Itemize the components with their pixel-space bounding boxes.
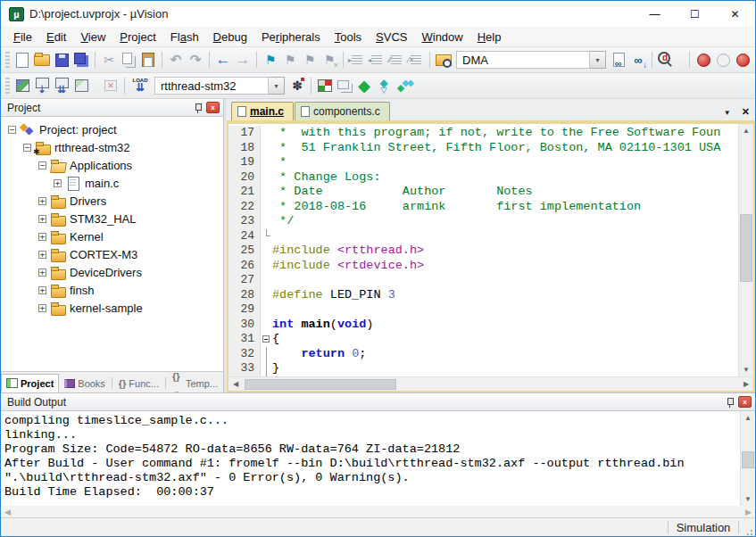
undo-icon[interactable]	[166, 50, 186, 70]
bookmark-clear-icon[interactable]	[320, 50, 339, 70]
menu-project[interactable]: Project	[112, 29, 162, 45]
resize-grip[interactable]	[741, 520, 755, 534]
find-all-icon[interactable]	[656, 50, 676, 70]
editor-vertical-scrollbar[interactable]: ▲ ▼	[738, 124, 753, 376]
target-select-combobox[interactable]: rtthread-stm32▾	[154, 77, 285, 95]
menu-peripherals[interactable]: Peripherals	[254, 29, 328, 45]
menu-file[interactable]: File	[6, 29, 39, 45]
scroll-down-icon[interactable]: ▼	[741, 492, 755, 506]
redo-icon[interactable]	[186, 50, 205, 70]
expand-icon[interactable]: +	[38, 215, 46, 223]
sidebar-tab-books[interactable]: Books	[59, 374, 111, 392]
open-file-icon[interactable]	[32, 50, 52, 70]
scroll-left-icon[interactable]: ◀	[4, 508, 11, 516]
translate-icon[interactable]	[12, 76, 32, 95]
build-output-close-button[interactable]: x	[738, 396, 752, 408]
minimize-button[interactable]: —	[635, 1, 675, 27]
menu-tools[interactable]: Tools	[328, 29, 369, 45]
collapse-icon[interactable]: −	[8, 126, 16, 134]
toolbar-grip[interactable]	[5, 52, 10, 68]
save-icon[interactable]	[52, 50, 71, 70]
stop-build-icon[interactable]	[101, 76, 120, 95]
scroll-up-icon[interactable]: ▲	[739, 124, 753, 137]
expand-icon[interactable]: +	[54, 179, 62, 187]
bookmark-icon[interactable]	[261, 50, 280, 70]
new-file-icon[interactable]	[12, 50, 32, 70]
tab-list-dropdown-icon[interactable]	[724, 103, 731, 119]
batch-build-icon[interactable]	[71, 76, 91, 95]
tree-item-main-c[interactable]: +main.c	[1, 174, 223, 192]
document-close-icon[interactable]	[742, 103, 750, 119]
document-tab-main-c[interactable]: main.c	[231, 102, 294, 120]
menu-view[interactable]: View	[73, 29, 112, 45]
nav-back-icon[interactable]	[213, 50, 233, 70]
sidebar-tab-temp[interactable]: Temp...	[167, 374, 223, 392]
tree-item-finsh[interactable]: +finsh	[1, 281, 223, 299]
caret-icon[interactable]	[676, 50, 685, 70]
find-text-value[interactable]: DMA	[456, 51, 590, 69]
find-text-combobox[interactable]: DMA▾	[456, 51, 606, 69]
tree-item-kernel-sample[interactable]: +kernel-sample	[1, 299, 223, 317]
pin-icon[interactable]	[726, 397, 734, 408]
breakpoint-icon[interactable]	[694, 50, 713, 70]
maximize-button[interactable]: ☐	[675, 1, 715, 27]
paste-icon[interactable]	[138, 50, 158, 70]
close-button[interactable]: ✕	[715, 1, 755, 27]
manage-rte-icon[interactable]	[354, 76, 374, 95]
expand-icon[interactable]: +	[38, 251, 46, 259]
toolbar-grip[interactable]	[5, 78, 10, 94]
tree-item-cortex-m3[interactable]: +CORTEX-M3	[1, 245, 223, 263]
incremental-find-icon[interactable]	[628, 50, 648, 70]
manage-components-icon[interactable]	[315, 76, 335, 95]
menu-help[interactable]: Help	[470, 29, 509, 45]
tree-item-devicedrivers[interactable]: +DeviceDrivers	[1, 263, 223, 281]
scroll-up-icon[interactable]: ▲	[741, 411, 755, 425]
expand-icon[interactable]: +	[38, 304, 46, 312]
caret-icon[interactable]	[91, 76, 101, 95]
copy-icon[interactable]	[119, 50, 138, 70]
sidebar-tab-project[interactable]: Project	[1, 374, 59, 392]
build-horizontal-scrollbar[interactable]: ◀ ▶	[1, 506, 755, 517]
save-all-icon[interactable]	[71, 50, 91, 70]
bookmark-next-icon[interactable]	[300, 50, 320, 70]
menu-svcs[interactable]: SVCS	[369, 29, 414, 45]
cut-icon[interactable]	[99, 50, 119, 70]
rebuild-icon[interactable]	[52, 76, 71, 95]
expand-icon[interactable]: +	[38, 286, 46, 294]
project-panel-close-button[interactable]: x	[206, 102, 220, 113]
breakpoint-edge-icon[interactable]	[733, 50, 752, 70]
editor-vscroll-thumb[interactable]	[740, 214, 752, 282]
tree-item-drivers[interactable]: +Drivers	[1, 192, 223, 210]
tree-item-rtthread-stm32[interactable]: −✱rtthread-stm32	[1, 138, 223, 156]
indent-icon[interactable]	[347, 50, 367, 70]
scroll-down-icon[interactable]: ▼	[739, 363, 753, 376]
document-tab-components-c[interactable]: components.c	[295, 102, 390, 120]
combo-dropdown-icon[interactable]: ▾	[590, 51, 606, 69]
find-in-files-icon[interactable]	[434, 50, 453, 70]
select-packs-icon[interactable]	[374, 76, 394, 95]
options-wand-icon[interactable]	[287, 76, 307, 95]
bookmark-prev-icon[interactable]	[280, 50, 300, 70]
build-icon[interactable]	[32, 76, 52, 95]
tree-item-project-project[interactable]: −Project: project	[1, 120, 223, 138]
fold-collapse-icon[interactable]	[262, 335, 270, 343]
pin-icon[interactable]	[194, 103, 202, 113]
copy-stack-icon[interactable]	[335, 76, 354, 95]
target-select-value[interactable]: rtthread-stm32	[154, 77, 269, 95]
menu-window[interactable]: Window	[414, 29, 469, 45]
pack-installer-icon[interactable]	[394, 76, 413, 95]
find-in-doc-icon[interactable]	[609, 50, 628, 70]
unindent-icon[interactable]	[367, 50, 386, 70]
collapse-icon[interactable]: −	[38, 161, 46, 169]
sidebar-tab-func[interactable]: Func...	[113, 374, 164, 392]
scroll-right-icon[interactable]: ▶	[739, 380, 753, 388]
collapse-icon[interactable]: −	[23, 144, 31, 152]
tree-item-applications[interactable]: −Applications	[1, 156, 223, 174]
menu-flash[interactable]: Flash	[163, 29, 206, 45]
menu-debug[interactable]: Debug	[206, 29, 254, 45]
scroll-left-icon[interactable]: ◀	[228, 380, 243, 388]
code-editor[interactable]: 17 * with this program; if not, write to…	[228, 124, 738, 376]
build-vertical-scrollbar[interactable]: ▲ ▼	[740, 411, 755, 506]
combo-dropdown-icon[interactable]: ▾	[269, 77, 285, 95]
scroll-right-icon[interactable]: ▶	[745, 508, 752, 516]
